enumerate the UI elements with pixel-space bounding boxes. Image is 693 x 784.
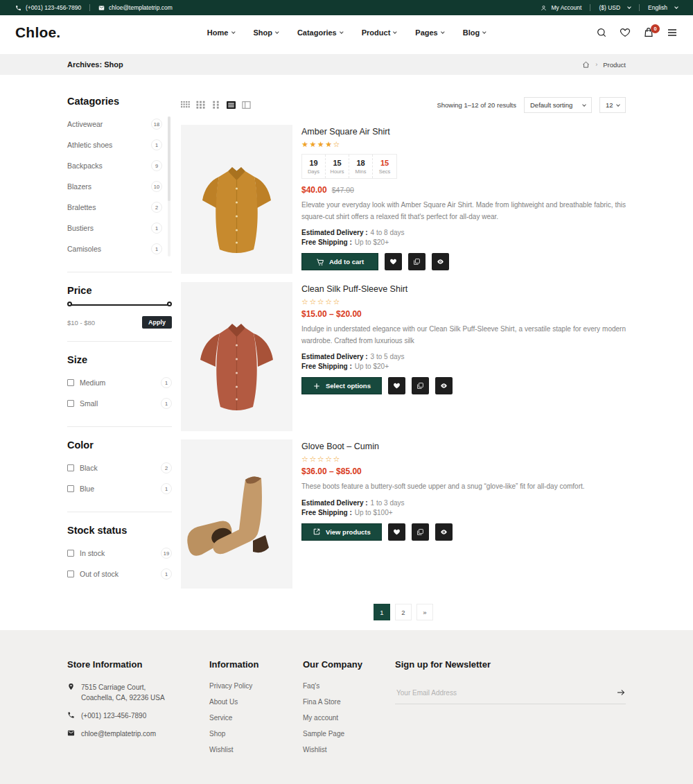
nav-item[interactable]: Home: [207, 28, 235, 37]
product-title[interactable]: Glove Boot – Cumin: [301, 442, 626, 451]
view-toggle-icon[interactable]: [196, 101, 205, 110]
product-title[interactable]: Clean Silk Puff-Sleeve Shirt: [301, 284, 626, 294]
pagination-button[interactable]: »: [416, 604, 433, 620]
home-icon[interactable]: [582, 61, 590, 69]
product-title[interactable]: Amber Square Air Shirt: [301, 127, 626, 137]
nav-item[interactable]: Shop: [253, 28, 279, 37]
star-icon: ★: [301, 140, 309, 148]
color-filter-item[interactable]: Blue 1: [67, 478, 172, 499]
category-item[interactable]: Bustiers 1: [67, 218, 162, 238]
delivery-value: 1 to 3 days: [371, 499, 405, 507]
view-toggle-icon[interactable]: [211, 101, 220, 110]
cart-icon[interactable]: 0: [643, 27, 654, 38]
color-filter-item[interactable]: Black 2: [67, 458, 172, 478]
price-slider-min-handle[interactable]: [67, 302, 72, 306]
breadcrumb-current[interactable]: Product: [603, 61, 626, 69]
category-label: Blazers: [67, 182, 91, 191]
product-image[interactable]: [181, 282, 292, 431]
footer-link[interactable]: My account: [303, 714, 395, 722]
nav-item[interactable]: Blog: [463, 28, 486, 37]
product-description: Elevate your everyday look with Amber Sq…: [301, 200, 626, 223]
footer-link[interactable]: Fina A Store: [303, 698, 395, 706]
category-item[interactable]: Activewear 18: [67, 114, 162, 134]
checkbox[interactable]: [67, 485, 74, 492]
nav-item[interactable]: Product: [362, 28, 397, 37]
pagination-button[interactable]: 2: [395, 604, 412, 620]
filter-label: Blue: [80, 485, 94, 493]
category-count-badge: 1: [151, 243, 162, 254]
product-action-button[interactable]: Select options: [301, 377, 382, 394]
topbar-phone[interactable]: (+001) 123-456-7890: [15, 4, 81, 11]
language-selector[interactable]: English: [648, 4, 678, 11]
price-slider-max-handle[interactable]: [167, 302, 172, 306]
category-label: Backpacks: [67, 162, 103, 170]
currency-selector[interactable]: ($) USD: [599, 4, 631, 11]
category-item[interactable]: Blazers 10: [67, 176, 162, 197]
footer-link[interactable]: About Us: [209, 698, 303, 706]
checkbox[interactable]: [67, 550, 74, 557]
footer-link[interactable]: Faq's: [303, 682, 395, 690]
checkbox[interactable]: [67, 400, 74, 407]
site-logo[interactable]: Chloe.: [15, 24, 60, 41]
size-filter-item[interactable]: Medium 1: [67, 372, 172, 393]
menu-icon[interactable]: [667, 27, 678, 38]
action-label: View products: [326, 528, 371, 536]
product-action-button[interactable]: Add to cart: [301, 253, 378, 270]
newsletter-submit-button[interactable]: [616, 688, 626, 697]
store-info-row: (+001) 123-456-7890: [67, 711, 209, 721]
compare-button[interactable]: [412, 523, 429, 541]
search-icon[interactable]: [596, 27, 607, 38]
nav-item[interactable]: Catagories: [297, 28, 343, 37]
footer-link[interactable]: Sample Page: [303, 730, 395, 738]
price-slider[interactable]: [69, 304, 170, 306]
size-filter-item[interactable]: Small 1: [67, 393, 172, 414]
pagination-button[interactable]: 1: [374, 604, 390, 620]
wishlist-heart-icon[interactable]: [620, 27, 631, 38]
checkbox[interactable]: [67, 464, 74, 471]
category-item[interactable]: Athletic shoes 1: [67, 134, 162, 155]
product-image[interactable]: [181, 125, 292, 274]
view-switcher: [181, 101, 251, 110]
quick-view-button[interactable]: [435, 377, 453, 394]
product-action-button[interactable]: View products: [301, 523, 382, 541]
product-actions: Select options: [301, 377, 626, 394]
footer-link[interactable]: Privacy Policy: [209, 682, 303, 690]
view-toggle-icon[interactable]: [181, 101, 190, 110]
footer-link[interactable]: Wishlist: [209, 746, 303, 753]
stock-status-title: Stock status: [67, 525, 172, 536]
filter-label: Medium: [80, 378, 105, 387]
my-account-link[interactable]: My Account: [541, 4, 581, 11]
checkbox[interactable]: [67, 379, 74, 386]
nav-item-label: Shop: [253, 28, 272, 37]
compare-button[interactable]: [412, 377, 429, 394]
product-image[interactable]: [181, 439, 292, 589]
category-item[interactable]: Backpacks 9: [67, 155, 162, 176]
footer-link[interactable]: Wishlist: [303, 746, 395, 753]
compare-button[interactable]: [408, 253, 426, 270]
category-item[interactable]: Camisoles 1: [67, 238, 162, 259]
countdown-value: 18: [349, 159, 372, 167]
category-item[interactable]: Bralettes 2: [67, 197, 162, 218]
newsletter-email-input[interactable]: [395, 688, 616, 697]
star-icon: ☆: [309, 297, 317, 306]
wishlist-button[interactable]: [388, 523, 405, 541]
sort-dropdown[interactable]: Default sorting: [524, 97, 592, 113]
topbar-email[interactable]: chloe@templatetrip.com: [98, 4, 173, 11]
quick-view-button[interactable]: [435, 523, 453, 541]
footer-link[interactable]: Service: [209, 714, 303, 722]
quick-view-button[interactable]: [432, 253, 449, 270]
stock-filter-item[interactable]: Out of stock 1: [67, 564, 172, 584]
nav-item[interactable]: Pages: [415, 28, 444, 37]
checkbox[interactable]: [67, 570, 74, 577]
view-toggle-icon[interactable]: [242, 101, 251, 110]
apply-button[interactable]: Apply: [142, 316, 172, 329]
footer-link[interactable]: Shop: [209, 730, 303, 738]
page-title: Archives: Shop: [67, 60, 123, 69]
scrollbar-thumb[interactable]: [168, 116, 170, 201]
per-page-dropdown[interactable]: 12: [599, 97, 626, 113]
wishlist-button[interactable]: [385, 253, 402, 270]
stock-filter-item[interactable]: In stock 19: [67, 543, 172, 564]
wishlist-button[interactable]: [388, 377, 405, 394]
view-toggle-icon[interactable]: [227, 101, 236, 110]
countdown-label: Mins: [349, 168, 372, 175]
